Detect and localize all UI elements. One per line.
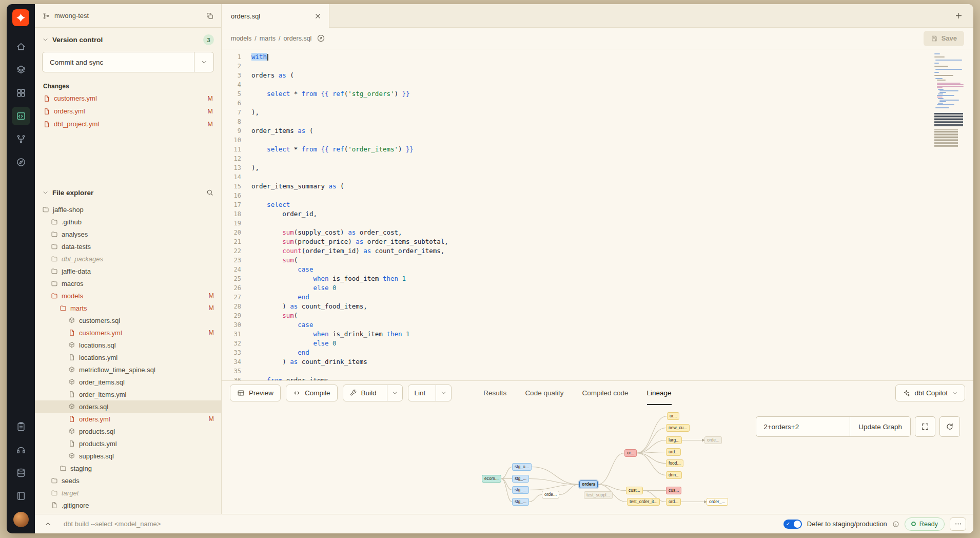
- status-badge[interactable]: Ready: [905, 517, 945, 531]
- activity-item-tasks-icon[interactable]: [12, 417, 30, 436]
- commit-and-sync-button[interactable]: Commit and sync: [42, 52, 214, 72]
- lineage-node-ord1[interactable]: ord...: [666, 448, 681, 456]
- fullscreen-button[interactable]: [915, 416, 935, 437]
- code-line[interactable]: [251, 172, 973, 182]
- breadcrumb-segment[interactable]: marts: [260, 35, 276, 42]
- file-tree-item-products.sql[interactable]: products.sql: [35, 425, 221, 437]
- code-line[interactable]: select: [251, 200, 973, 209]
- lineage-node-tsup[interactable]: test_suppl...: [584, 491, 613, 499]
- file-tree-item-marts[interactable]: martsM: [35, 302, 221, 314]
- file-tree-item-locations.yml[interactable]: locations.yml: [35, 351, 221, 363]
- file-tree-item-customers.sql[interactable]: customers.sql: [35, 314, 221, 326]
- file-tree-item-data-tests[interactable]: data-tests: [35, 240, 221, 253]
- activity-item-warehouse-icon[interactable]: [12, 61, 30, 79]
- changed-file-dbt-project.yml[interactable]: dbt_project.ymlM: [35, 118, 221, 130]
- file-tree-item-seeds[interactable]: seeds: [35, 474, 221, 487]
- lineage-node-food[interactable]: food...: [666, 459, 683, 467]
- file-tree-item-order-items.yml[interactable]: order_items.yml: [35, 388, 221, 400]
- code-line[interactable]: case: [251, 265, 973, 274]
- code-line[interactable]: [251, 117, 973, 126]
- code-line[interactable]: with: [251, 52, 973, 62]
- info-icon[interactable]: [892, 521, 899, 528]
- code-line[interactable]: count(order_item_id) as count_order_item…: [251, 246, 973, 256]
- lineage-node-larg[interactable]: larg...: [666, 436, 682, 444]
- tab-lineage[interactable]: Lineage: [647, 381, 672, 405]
- defer-toggle[interactable]: ✓: [783, 520, 802, 529]
- lineage-node-ord2[interactable]: ord...: [666, 498, 681, 506]
- activity-item-explore-icon[interactable]: [12, 153, 30, 171]
- file-tree-item-products.yml[interactable]: products.yml: [35, 437, 221, 450]
- lineage-node-ordeg[interactable]: orde...: [704, 436, 722, 444]
- lineage-node-ory[interactable]: or...: [667, 412, 679, 420]
- lineage-node-cusp[interactable]: cus...: [666, 487, 681, 494]
- code-line[interactable]: else 0: [251, 283, 973, 293]
- file-tree-item-.github[interactable]: .github: [35, 216, 221, 228]
- code-line[interactable]: order_id,: [251, 209, 973, 219]
- build-options-dropdown[interactable]: [387, 385, 402, 401]
- file-tree-item-supplies.sql[interactable]: supplies.sql: [35, 450, 221, 462]
- code-line[interactable]: [251, 80, 973, 89]
- lineage-node-newcu[interactable]: new_cu...: [666, 424, 690, 432]
- code-line[interactable]: sum(: [251, 256, 973, 265]
- file-tree-item-.gitignore[interactable]: .gitignore: [35, 499, 221, 511]
- commit-options-dropdown[interactable]: [194, 52, 213, 72]
- expand-command-bar-button[interactable]: [42, 518, 53, 530]
- search-icon[interactable]: [206, 188, 214, 197]
- file-tree-item-orders.yml[interactable]: orders.ymlM: [35, 413, 221, 425]
- close-icon[interactable]: [314, 12, 322, 20]
- lineage-node-ecom[interactable]: ecom...: [482, 475, 501, 483]
- minimap[interactable]: [934, 53, 963, 147]
- more-options-button[interactable]: [950, 517, 966, 531]
- file-tree-item-locations.sql[interactable]: locations.sql: [35, 339, 221, 351]
- file-explorer-header[interactable]: File explorer: [35, 182, 221, 201]
- lineage-node-toi[interactable]: test_order_it...: [627, 498, 660, 506]
- lint-options-dropdown[interactable]: [436, 385, 451, 401]
- tab-code-quality[interactable]: Code quality: [525, 381, 563, 405]
- open-link-icon[interactable]: [317, 34, 325, 43]
- file-tree-item-jaffle-shop[interactable]: jaffle-shop: [35, 203, 221, 216]
- lineage-node-stg2[interactable]: stg_...: [512, 475, 529, 483]
- code-line[interactable]: sum(product_price) as order_items_subtot…: [251, 237, 973, 246]
- lineage-node-orders[interactable]: orders: [579, 481, 598, 488]
- lineage-selector-input[interactable]: [756, 417, 850, 436]
- user-avatar[interactable]: [13, 512, 29, 527]
- code-line[interactable]: when is_food_item then 1: [251, 274, 973, 283]
- code-line[interactable]: select * from {{ ref('order_items') }}: [251, 145, 973, 154]
- lineage-node-ordout[interactable]: order_...: [707, 498, 728, 506]
- code-line[interactable]: else 0: [251, 339, 973, 348]
- activity-item-docs-icon[interactable]: [12, 487, 30, 505]
- breadcrumb-segment[interactable]: orders.sql: [284, 35, 312, 42]
- activity-item-develop-icon[interactable]: [12, 107, 30, 125]
- code-editor[interactable]: 1234567891011121314151617181920212223242…: [222, 49, 973, 380]
- file-tree-item-macros[interactable]: macros: [35, 277, 221, 290]
- code-line[interactable]: order_items_summary as (: [251, 182, 973, 191]
- code-line[interactable]: [251, 191, 973, 200]
- activity-item-support-icon[interactable]: [12, 440, 30, 459]
- file-tree-item-analyses[interactable]: analyses: [35, 228, 221, 240]
- file-tree-item-customers.yml[interactable]: customers.ymlM: [35, 326, 221, 339]
- file-tree-item-target[interactable]: target: [35, 487, 221, 499]
- code-line[interactable]: end: [251, 348, 973, 357]
- dbt-copilot-button[interactable]: dbt Copilot: [895, 385, 965, 401]
- save-button[interactable]: Save: [924, 31, 964, 46]
- compile-button[interactable]: Compile: [286, 385, 338, 401]
- code-line[interactable]: ) as count_drink_items: [251, 357, 973, 367]
- new-tab-button[interactable]: [952, 9, 965, 23]
- tab-compiled-code[interactable]: Compiled code: [582, 381, 628, 405]
- lineage-node-stg4[interactable]: stg_...: [512, 498, 529, 506]
- preview-button[interactable]: Preview: [230, 385, 281, 401]
- lineage-node-stg1[interactable]: stg_o...: [512, 463, 532, 471]
- code-line[interactable]: [251, 136, 973, 145]
- lineage-node-stg3[interactable]: stg_...: [512, 486, 529, 494]
- version-control-header[interactable]: Version control 3: [35, 28, 221, 50]
- lineage-node-orde1[interactable]: orde...: [542, 491, 559, 498]
- code-line[interactable]: [251, 367, 973, 376]
- build-button[interactable]: Build: [343, 385, 383, 401]
- code-line[interactable]: [251, 219, 973, 228]
- file-tree-item-dbt-packages[interactable]: dbt_packages: [35, 253, 221, 265]
- tab-results[interactable]: Results: [483, 381, 506, 405]
- code-line[interactable]: case: [251, 320, 973, 330]
- changed-file-customers.yml[interactable]: customers.ymlM: [35, 92, 221, 105]
- copy-icon[interactable]: [206, 12, 214, 20]
- code-line[interactable]: select * from {{ ref('stg_orders') }}: [251, 89, 973, 99]
